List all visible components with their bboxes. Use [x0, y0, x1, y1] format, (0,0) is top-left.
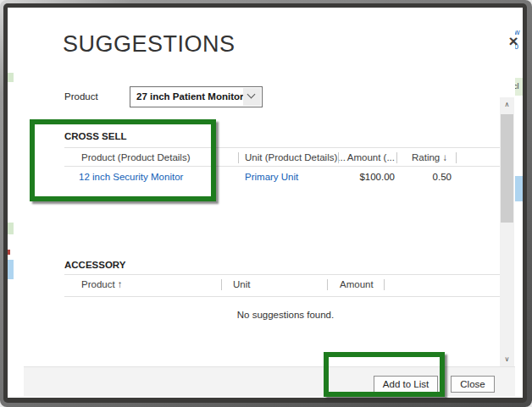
bg-fragment-blue-cell	[514, 176, 523, 201]
cross-sell-col-rating[interactable]: Rating ↓	[412, 152, 447, 162]
bg-fragment-green-cell	[8, 73, 14, 82]
divider	[64, 296, 507, 297]
suggestions-dialog: SUGGESTIONS × Product 27 inch Patient Mo…	[24, 8, 515, 396]
close-button[interactable]: Close	[451, 376, 495, 393]
scroll-up-icon[interactable]: ∧	[500, 97, 514, 112]
product-select-value: 27 inch Patient Monitor	[136, 91, 244, 102]
product-select[interactable]: 27 inch Patient Monitor	[130, 86, 263, 107]
scrollbar-thumb[interactable]	[501, 114, 513, 223]
divider	[64, 274, 507, 275]
bg-fragment-blue-cell	[8, 260, 14, 279]
annotation-box-cross-sell	[30, 119, 216, 201]
chevron-down-icon	[247, 91, 256, 99]
column-separator	[384, 279, 385, 290]
annotation-box-add-to-list	[324, 352, 445, 397]
accessory-col-unit[interactable]: Unit	[233, 279, 250, 289]
select-dropdown-button[interactable]	[243, 88, 261, 106]
dialog-title: SUGGESTIONS	[63, 31, 236, 58]
no-suggestions-message: No suggestions found.	[64, 310, 507, 320]
bg-fragment-green-cell	[8, 223, 14, 234]
background-page: w 0 cl SUGGESTIONS × Product 27 inch Pat…	[8, 8, 523, 398]
bg-fragment-red-mark	[8, 250, 10, 255]
accessory-col-amount[interactable]: Amount	[340, 279, 374, 289]
cross-sell-row-rating: 0.50	[412, 172, 452, 182]
accessory-col-product[interactable]: Product ↑	[81, 279, 123, 289]
column-separator	[456, 152, 457, 163]
column-separator	[396, 152, 397, 163]
cross-sell-row-unit-link[interactable]: Primary Unit	[245, 172, 298, 182]
column-separator	[327, 279, 328, 290]
column-separator	[338, 152, 339, 163]
close-icon[interactable]: ×	[503, 31, 524, 52]
screenshot-canvas: w 0 cl SUGGESTIONS × Product 27 inch Pat…	[0, 0, 532, 407]
scroll-down-icon[interactable]: ∨	[500, 352, 514, 366]
cross-sell-row-amount: $100.00	[329, 172, 395, 182]
column-separator	[221, 279, 222, 290]
vertical-scrollbar[interactable]: ∧ ∨	[500, 97, 514, 366]
accessory-section-title: ACCESSORY	[64, 260, 125, 270]
column-separator	[238, 152, 239, 163]
product-label: Product	[64, 91, 98, 102]
